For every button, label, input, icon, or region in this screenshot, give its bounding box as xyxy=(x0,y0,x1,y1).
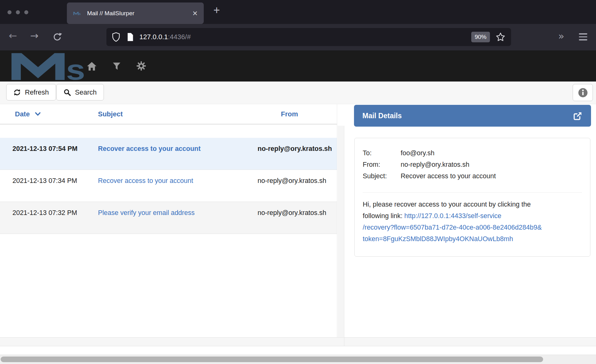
back-button[interactable]: ← xyxy=(9,30,17,42)
search-label: Search xyxy=(75,88,97,96)
mail-details-header: Mail Details xyxy=(354,105,591,127)
forward-button[interactable]: → xyxy=(30,30,39,42)
recovery-link[interactable]: /recovery?flow=6507ba71-d72e-40ce-a006-8… xyxy=(363,222,582,233)
screen: s Mail // MailSlurper × + ← → xyxy=(0,0,596,364)
from-label: From: xyxy=(363,159,401,170)
mail-from: no-reply@ory.kratos.sh xyxy=(258,175,333,202)
refresh-button[interactable]: Refresh xyxy=(6,84,56,100)
toolbar-overflow-button[interactable]: » xyxy=(558,30,564,42)
column-header-date[interactable]: Date xyxy=(15,110,98,118)
recovery-link[interactable]: token=8FguKzSMblD88JWIpby4OKNaUOwLb8mh xyxy=(363,233,582,245)
page-info-icon[interactable] xyxy=(127,33,134,41)
main-content: Date Subject From 2021-12-13 07:54 PM Re… xyxy=(0,104,596,338)
column-header-subject[interactable]: Subject xyxy=(98,110,258,118)
new-tab-button[interactable]: + xyxy=(213,4,220,17)
mail-body: Hi, please recover access to your accoun… xyxy=(363,199,582,245)
svg-text:s: s xyxy=(66,54,85,81)
body-text-line: Hi, please recover access to your accoun… xyxy=(363,199,582,210)
window-controls[interactable] xyxy=(7,10,28,14)
url-host: 127.0.0.1 xyxy=(139,33,168,41)
horizontal-scrollbar-thumb[interactable] xyxy=(1,357,543,362)
field-to: To: foo@ory.sh xyxy=(363,147,582,159)
body-text-line: following link: http://127.0.0.1:4433/se… xyxy=(363,210,582,222)
filter-icon[interactable] xyxy=(113,62,121,70)
search-icon xyxy=(63,89,71,96)
window-control-dot[interactable] xyxy=(16,10,20,14)
info-button[interactable] xyxy=(573,84,593,101)
refresh-icon xyxy=(13,89,21,96)
column-header-from[interactable]: From xyxy=(258,110,337,118)
mail-row[interactable]: 2021-12-13 07:32 PM Please verify your e… xyxy=(0,202,337,234)
zoom-level-badge[interactable]: 90% xyxy=(471,32,490,42)
mail-details-panel: Mail Details To: foo@ory.sh From: no-re xyxy=(344,104,596,337)
reload-button[interactable] xyxy=(52,32,62,45)
home-icon[interactable] xyxy=(86,62,97,71)
to-value: foo@ory.sh xyxy=(401,147,582,159)
mail-subject-link[interactable]: Recover access to your account xyxy=(98,145,201,152)
mail-rows: 2021-12-13 07:54 PM Recover access to yo… xyxy=(0,138,337,234)
reload-icon xyxy=(52,32,62,42)
browser-nav-bar: ← → 127.0.0.1:4436/# 90% xyxy=(0,24,596,50)
mailslurper-favicon-icon: s xyxy=(73,10,82,17)
mail-details-card: To: foo@ory.sh From: no-reply@ory.kratos… xyxy=(354,138,590,257)
window-control-dot[interactable] xyxy=(7,10,12,14)
mail-list-header: Date Subject From xyxy=(0,104,337,124)
sort-chevron-down-icon xyxy=(35,112,41,116)
panel-divider xyxy=(338,126,344,337)
app-header: s xyxy=(0,50,596,82)
subject-value: Recover access to your account xyxy=(401,170,582,182)
mail-from: no-reply@ory.kratos.sh xyxy=(258,207,333,234)
shield-icon[interactable] xyxy=(112,32,120,42)
open-external-icon[interactable] xyxy=(573,111,583,121)
mail-list-panel: Date Subject From 2021-12-13 07:54 PM Re… xyxy=(0,104,337,337)
window-control-dot[interactable] xyxy=(24,10,28,14)
mail-date: 2021-12-13 07:32 PM xyxy=(12,207,78,234)
subject-label: Subject: xyxy=(363,170,401,182)
url-bar[interactable]: 127.0.0.1:4436/# 90% xyxy=(106,28,511,46)
mail-date: 2021-12-13 07:54 PM xyxy=(12,143,78,170)
app-toolbar: Refresh Search xyxy=(0,82,596,104)
to-label: To: xyxy=(363,147,401,159)
from-value: no-reply@ory.kratos.sh xyxy=(401,159,582,170)
bookmark-star-icon[interactable] xyxy=(496,32,505,42)
menu-hamburger-icon[interactable] xyxy=(579,33,587,40)
field-subject: Subject: Recover access to your account xyxy=(363,170,582,182)
field-from: From: no-reply@ory.kratos.sh xyxy=(363,159,582,170)
mail-date: 2021-12-13 07:34 PM xyxy=(12,175,78,202)
tab-close-icon[interactable]: × xyxy=(193,9,198,18)
mail-from: no-reply@ory.kratos.sh xyxy=(258,143,333,170)
browser-tab[interactable]: s Mail // MailSlurper × xyxy=(67,2,204,24)
browser-tab-bar: s Mail // MailSlurper × + xyxy=(0,0,596,24)
mail-subject-link[interactable]: Recover access to your account xyxy=(98,177,193,184)
tab-title: Mail // MailSlurper xyxy=(87,10,193,17)
svg-text:s: s xyxy=(79,12,81,16)
info-icon xyxy=(578,88,588,98)
footer-strip xyxy=(0,338,596,346)
mail-row-selected[interactable]: 2021-12-13 07:54 PM Recover access to yo… xyxy=(0,138,337,170)
mail-row[interactable]: 2021-12-13 07:34 PM Recover access to yo… xyxy=(0,170,337,202)
mail-details-title: Mail Details xyxy=(362,112,573,120)
refresh-label: Refresh xyxy=(25,88,49,96)
url-path: :4436/# xyxy=(168,33,191,41)
settings-icon[interactable] xyxy=(136,61,146,71)
horizontal-scrollbar xyxy=(0,355,596,364)
footer-strip xyxy=(0,346,596,355)
mail-subject-link[interactable]: Please verify your email address xyxy=(98,209,195,217)
card-divider xyxy=(363,192,582,193)
search-button[interactable]: Search xyxy=(56,84,104,100)
recovery-link[interactable]: http://127.0.0.1:4433/self-service xyxy=(404,212,501,220)
